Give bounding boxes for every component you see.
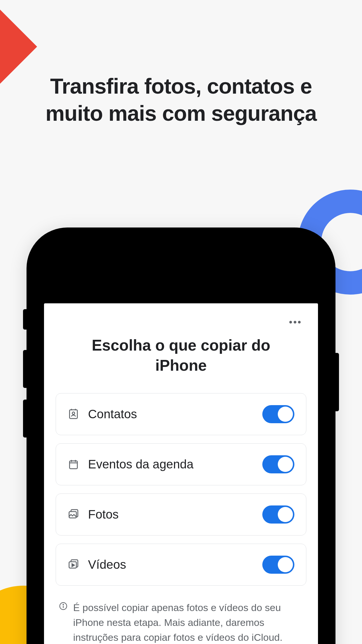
contacts-icon <box>68 408 79 420</box>
toggle-contatos[interactable] <box>262 405 294 423</box>
info-icon <box>59 601 68 611</box>
info-note: É possível copiar apenas fotos e vídeos … <box>56 600 306 644</box>
phone-side-button <box>335 353 339 411</box>
svg-rect-2 <box>70 461 78 469</box>
marketing-headline: Transfira fotos, contatos e muito mais c… <box>0 73 362 127</box>
phone-side-button <box>23 350 27 388</box>
phone-screen: ••• Escolha o que copiar do iPhone Conta… <box>44 303 318 644</box>
calendar-icon <box>68 459 79 470</box>
option-label: Vídeos <box>88 558 254 572</box>
svg-point-7 <box>63 604 64 605</box>
phone-side-button <box>23 309 27 330</box>
videos-icon <box>68 559 79 570</box>
toggle-eventos-agenda[interactable] <box>262 455 294 473</box>
overflow-menu-icon[interactable]: ••• <box>289 316 302 328</box>
option-eventos-agenda[interactable]: Eventos da agenda <box>56 443 306 485</box>
option-contatos[interactable]: Contatos <box>56 393 306 435</box>
phone-side-button <box>23 400 27 438</box>
svg-point-1 <box>72 412 75 414</box>
photos-icon <box>68 509 79 520</box>
screen-title: Escolha o que copiar do iPhone <box>56 335 306 376</box>
toggle-fotos[interactable] <box>262 505 294 524</box>
phone-frame: ••• Escolha o que copiar do iPhone Conta… <box>27 228 335 644</box>
option-label: Contatos <box>88 407 254 421</box>
option-label: Fotos <box>88 508 254 522</box>
info-text: É possível copiar apenas fotos e vídeos … <box>73 600 303 644</box>
option-label: Eventos da agenda <box>88 457 254 471</box>
option-videos[interactable]: Vídeos <box>56 544 306 586</box>
toggle-videos[interactable] <box>262 556 294 574</box>
option-fotos[interactable]: Fotos <box>56 494 306 536</box>
